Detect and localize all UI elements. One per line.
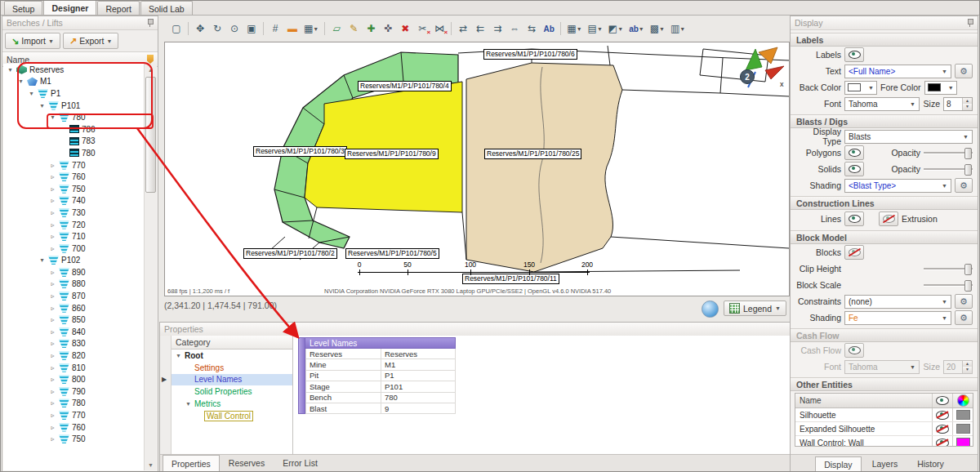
grid-cell-value[interactable]: Reserves bbox=[381, 349, 455, 358]
expand-toggle-icon[interactable]: ▾ bbox=[17, 78, 24, 85]
orbit-icon[interactable]: ↻ bbox=[209, 20, 225, 37]
cash-flow-font-dropdown[interactable]: Tahoma ▼ bbox=[844, 360, 920, 374]
collapse-toggle-icon[interactable]: ▹ bbox=[49, 435, 56, 443]
tree-item-760[interactable]: ▹760 bbox=[3, 171, 145, 183]
collapse-toggle-icon[interactable]: ▹ bbox=[49, 399, 56, 407]
tree-item-m1[interactable]: ▾M1 bbox=[3, 76, 145, 88]
tree-item-760[interactable]: ▹760 bbox=[3, 421, 145, 434]
swap-icon[interactable]: ⇆ bbox=[523, 20, 540, 37]
tree-item-750[interactable]: ▹750 bbox=[3, 433, 145, 445]
export-button[interactable]: ↗ Export ▼ bbox=[63, 33, 119, 49]
grid-row-mine[interactable]: MineM1 bbox=[305, 359, 456, 370]
name-column-header[interactable]: Name bbox=[795, 394, 933, 407]
grid-cell-value[interactable]: 9 bbox=[381, 403, 455, 413]
collapse-toggle-icon[interactable]: ▹ bbox=[49, 197, 56, 204]
tab-error-list[interactable]: Error List bbox=[274, 455, 327, 471]
filter-icon[interactable] bbox=[147, 55, 154, 64]
spinner-arrows[interactable]: ▲▼ bbox=[962, 361, 972, 373]
new-polygon-icon[interactable]: ▱ bbox=[328, 20, 345, 37]
blast-label[interactable]: Reserves/M1/P1/P101/780/5 bbox=[345, 248, 439, 259]
category-item-settings[interactable]: Settings bbox=[172, 362, 292, 374]
extend-icon[interactable]: ⇔ bbox=[506, 20, 523, 37]
entity-row-silhouette[interactable]: Silhouette bbox=[795, 408, 973, 422]
back-color-picker[interactable]: ▼ bbox=[844, 81, 877, 95]
tree-item-783[interactable]: 783 bbox=[3, 136, 145, 148]
blast-polygon-tan[interactable] bbox=[466, 63, 622, 272]
grid-row-bench[interactable]: Bench780 bbox=[305, 393, 456, 403]
gear-icon[interactable]: ⚙ bbox=[955, 64, 973, 78]
tree-item-810[interactable]: ▹810 bbox=[3, 362, 145, 374]
pan-icon[interactable]: ✥ bbox=[192, 20, 208, 37]
category-item-level-names[interactable]: Level Names bbox=[172, 374, 292, 386]
block-grid-icon[interactable]: ▦▼ bbox=[564, 20, 584, 37]
collapse-toggle-icon[interactable]: ▹ bbox=[49, 412, 56, 419]
expand-toggle-icon[interactable]: ▾ bbox=[175, 352, 182, 359]
selection-mode-icon[interactable]: ▢ bbox=[168, 20, 185, 37]
polygons-visibility-toggle[interactable] bbox=[844, 145, 864, 160]
tree-item-reserves[interactable]: ▾Reserves bbox=[3, 64, 145, 76]
spinner-arrows[interactable]: ▲▼ bbox=[962, 98, 972, 110]
scroll-down-icon[interactable]: ▼ bbox=[145, 459, 157, 470]
tree-item-880[interactable]: ▹880 bbox=[3, 278, 145, 291]
entity-color-picker[interactable] bbox=[953, 408, 973, 421]
legend-button[interactable]: Legend ▼ bbox=[724, 301, 786, 316]
expand-toggle-icon[interactable]: ▾ bbox=[7, 66, 14, 73]
blast-label[interactable]: Reserves/M1/P1/P101/780/3 bbox=[253, 146, 347, 157]
collapse-toggle-icon[interactable]: ▹ bbox=[49, 162, 56, 169]
category-item-wall-control[interactable]: Wall Control bbox=[172, 410, 292, 422]
polygons-opacity-slider[interactable] bbox=[924, 146, 973, 159]
expand-toggle-icon[interactable]: ▾ bbox=[38, 256, 46, 264]
entity-visibility-toggle[interactable] bbox=[933, 436, 953, 447]
block-shading-dropdown[interactable]: Fe ▼ bbox=[844, 311, 951, 325]
expand-toggle-icon[interactable]: ▾ bbox=[185, 400, 192, 407]
labels-icon[interactable]: ab▼ bbox=[626, 20, 647, 37]
tab-report[interactable]: Report bbox=[97, 1, 140, 15]
capture-icon[interactable]: ▦▼ bbox=[301, 20, 321, 37]
collapse-toggle-icon[interactable]: ▹ bbox=[49, 352, 56, 359]
grid-icon[interactable]: # bbox=[267, 20, 283, 37]
grid-row-stage[interactable]: StageP101 bbox=[305, 381, 456, 392]
tree-item-800[interactable]: ▹800 bbox=[3, 373, 145, 385]
collapse-toggle-icon[interactable]: ▹ bbox=[49, 185, 56, 193]
tree-item-830[interactable]: ▹830 bbox=[3, 338, 145, 350]
tab-history[interactable]: History bbox=[908, 456, 953, 471]
join-lines-icon[interactable]: ⋈× bbox=[431, 20, 448, 37]
block-scale-slider[interactable] bbox=[924, 278, 973, 292]
zoom-extents-icon[interactable]: ▣ bbox=[243, 20, 260, 37]
scrollbar-thumb[interactable] bbox=[145, 77, 156, 193]
blast-label[interactable]: Reserves/M1/P1/P101/780/2 bbox=[243, 248, 337, 259]
category-item-metrics[interactable]: ▾Metrics bbox=[172, 398, 292, 410]
collapse-toggle-icon[interactable]: ▹ bbox=[49, 269, 56, 276]
collapse-toggle-icon[interactable]: ▹ bbox=[49, 292, 56, 300]
tree-item-840[interactable]: ▹840 bbox=[3, 326, 145, 338]
tree-item-890[interactable]: ▹890 bbox=[3, 266, 145, 278]
cash-flow-size-spinner[interactable]: 20 ▲▼ bbox=[943, 360, 973, 374]
solids-visibility-toggle[interactable] bbox=[844, 162, 864, 176]
extrusion-visibility-toggle[interactable] bbox=[879, 212, 898, 226]
clip-height-slider[interactable] bbox=[924, 262, 973, 275]
tree-item-790[interactable]: ▹790 bbox=[3, 385, 145, 398]
tree-item-720[interactable]: ▹720 bbox=[3, 219, 145, 231]
block-model-group-header[interactable]: Block Model bbox=[791, 230, 978, 244]
grid-cell-value[interactable]: 780 bbox=[381, 393, 455, 403]
expand-toggle-icon[interactable]: ▾ bbox=[38, 102, 46, 109]
tree-item-710[interactable]: ▹710 bbox=[3, 230, 145, 243]
tree-item-780[interactable]: 780 bbox=[3, 147, 145, 159]
tree-item-750[interactable]: ▹750 bbox=[3, 183, 145, 195]
collapse-toggle-icon[interactable]: ▹ bbox=[49, 328, 56, 336]
shading-icon[interactable]: ◩▼ bbox=[606, 20, 626, 37]
constraints-dropdown[interactable]: (none) ▼ bbox=[844, 295, 951, 309]
category-item-root[interactable]: ▾Root bbox=[172, 350, 292, 362]
tree-scrollbar[interactable]: ▲ ▼ bbox=[144, 64, 157, 470]
tree-item-780[interactable]: ▾780 bbox=[3, 111, 145, 123]
font-size-spinner[interactable]: 8 ▲▼ bbox=[943, 97, 973, 111]
move-vertex-icon[interactable]: ✜ bbox=[380, 20, 396, 37]
expand-toggle-icon[interactable]: ▾ bbox=[28, 90, 35, 97]
grid-row-pit[interactable]: PitP1 bbox=[305, 371, 456, 381]
tree-item-786[interactable]: 786 bbox=[3, 123, 145, 136]
tab-layers[interactable]: Layers bbox=[863, 456, 907, 471]
scroll-up-icon[interactable]: ▲ bbox=[145, 64, 157, 75]
collapse-toggle-icon[interactable]: ▹ bbox=[49, 376, 56, 383]
entity-visibility-toggle[interactable] bbox=[933, 408, 953, 421]
offset-left-icon[interactable]: ⇇ bbox=[472, 20, 488, 37]
